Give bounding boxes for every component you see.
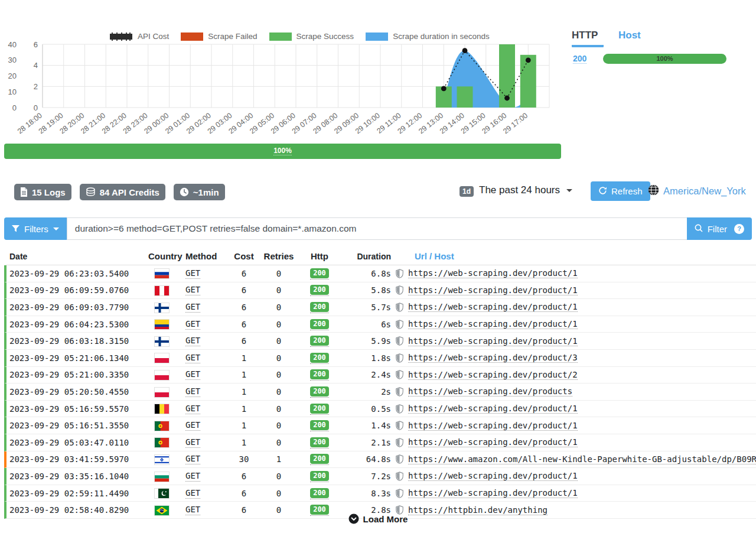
time-range-dropdown[interactable]: The past 24 hours (479, 184, 572, 196)
http-status-badge[interactable]: 200 (310, 268, 329, 278)
log-row[interactable]: 2023-09-29 02:59:11.4490GET602008.3shttp… (4, 485, 756, 502)
log-cost: 1 (227, 421, 261, 430)
log-url-link[interactable]: https://web-scraping.dev/product/1 (408, 488, 578, 498)
shield-icon (396, 472, 403, 481)
http-status-badge[interactable]: 200 (310, 369, 329, 379)
log-url-link[interactable]: https://web-scraping.dev/product/1 (408, 285, 578, 295)
log-duration: 7.2s (343, 472, 391, 481)
svg-text:2: 2 (34, 82, 38, 91)
log-row[interactable]: 2023-09-29 05:16:51.3550GET102001.4shttp… (4, 417, 756, 434)
log-url-link[interactable]: https://web-scraping.dev/product/1 (408, 404, 578, 414)
log-retries: 0 (261, 421, 296, 430)
http-status-badge[interactable]: 200 (310, 353, 329, 363)
col-header-country: Country (148, 251, 175, 261)
log-date: 2023-09-29 02:59:11.4490 (6, 489, 148, 498)
method-label[interactable]: GET (185, 505, 200, 514)
log-date: 2023-09-29 03:41:59.5970 (6, 454, 148, 464)
method-label[interactable]: GET (185, 319, 200, 329)
log-country-portugal (148, 420, 175, 430)
log-country-peru (148, 285, 175, 295)
filters-dropdown-button[interactable]: Filters (4, 217, 67, 240)
log-date: 2023-09-29 05:20:50.4550 (6, 387, 148, 396)
log-date: 2023-09-29 03:35:16.1040 (6, 472, 148, 481)
log-url-link[interactable]: https://web-scraping.dev/product/3 (408, 353, 578, 363)
log-url-link[interactable]: https://web-scraping.dev/product/1 (408, 421, 578, 431)
tab-host[interactable]: Host (618, 30, 641, 41)
log-row[interactable]: 2023-09-29 05:20:50.4550GET102002shttps:… (4, 384, 756, 401)
filter-query-input[interactable] (67, 217, 687, 240)
log-url-link[interactable]: https://web-scraping.dev/product/1 (408, 471, 578, 481)
http-status-badge[interactable]: 200 (310, 454, 329, 464)
api-cost-point (462, 48, 468, 53)
tab-http[interactable]: HTTP (572, 30, 604, 47)
http-status-list: 200100% (573, 54, 726, 69)
log-row[interactable]: 2023-09-29 06:09:59.0760GET602005.8shttp… (4, 282, 756, 300)
method-label[interactable]: GET (185, 437, 200, 447)
http-status-badge[interactable]: 200 (310, 336, 329, 346)
log-row[interactable]: 2023-09-29 05:21:00.3350GET102002.4shttp… (4, 367, 756, 384)
method-label[interactable]: GET (185, 302, 200, 311)
http-status-badge[interactable]: 200 (310, 386, 329, 396)
log-row[interactable]: 2023-09-29 05:03:47.0110GET102002.1shttp… (4, 434, 756, 451)
method-label[interactable]: GET (185, 404, 200, 413)
filter-submit-button[interactable]: Filter ? (687, 217, 752, 240)
http-status-badge[interactable]: 200 (310, 285, 329, 295)
status-code-link[interactable]: 200 (573, 54, 586, 64)
help-icon[interactable]: ? (734, 224, 744, 234)
log-duration: 0.5s (343, 404, 391, 414)
log-url-link[interactable]: https://web-scraping.dev/product/1 (408, 437, 578, 447)
http-status-badge[interactable]: 200 (310, 437, 329, 447)
timezone-link[interactable]: America/New_York (663, 186, 746, 197)
log-country-poland (148, 370, 175, 380)
svg-text:30: 30 (8, 56, 17, 64)
svg-text:10: 10 (8, 87, 17, 96)
flag-ru (155, 269, 169, 278)
method-label[interactable]: GET (185, 285, 200, 294)
log-row[interactable]: 2023-09-29 06:03:18.3150GET602005.9shttp… (4, 333, 756, 350)
log-row[interactable]: 2023-09-29 03:41:59.5970GET30120064.8sht… (4, 451, 756, 469)
http-status-badge[interactable]: 200 (310, 488, 329, 498)
log-url-link[interactable]: https://www.amazon.com/All-new-Kindle-Pa… (408, 454, 756, 464)
http-status-badge[interactable]: 200 (310, 420, 329, 430)
svg-text:6: 6 (34, 40, 38, 49)
log-row[interactable]: 2023-09-29 05:16:59.5570GET102000.5shttp… (4, 401, 756, 418)
flag-pk (155, 489, 169, 498)
method-label[interactable]: GET (185, 336, 200, 345)
log-url-link[interactable]: https://web-scraping.dev/product/1 (408, 302, 578, 312)
stat-label: ~1min (193, 187, 219, 197)
http-status-badge[interactable]: 200 (310, 471, 329, 481)
http-status-badge[interactable]: 200 (310, 302, 329, 312)
stat-label: 15 Logs (32, 187, 66, 197)
col-header-url-host[interactable]: Url / Host (391, 251, 756, 261)
log-url-link[interactable]: https://web-scraping.dev/product/1 (408, 336, 578, 346)
http-status-badge[interactable]: 200 (310, 404, 329, 414)
col-header-http: Http (296, 251, 343, 261)
refresh-button[interactable]: Refresh (591, 181, 650, 201)
refresh-icon (598, 186, 607, 197)
log-row[interactable]: 2023-09-29 06:09:03.7790GET602005.7shttp… (4, 299, 756, 316)
log-row[interactable]: 2023-09-29 06:23:03.5400GET602006.8shttp… (4, 265, 756, 282)
log-retries: 0 (261, 320, 296, 329)
load-more-button[interactable]: Load More (0, 514, 756, 524)
log-date: 2023-09-29 05:16:51.3550 (6, 421, 148, 430)
log-row[interactable]: 2023-09-29 03:35:16.1040GET602007.2shttp… (4, 468, 756, 485)
globe-icon (648, 184, 659, 198)
method-label[interactable]: GET (185, 268, 200, 278)
log-row[interactable]: 2023-09-29 06:04:23.5300GET602006shttps:… (4, 316, 756, 333)
log-url-link[interactable]: https://web-scraping.dev/product/2 (408, 370, 578, 380)
shield-icon (396, 404, 403, 414)
method-label[interactable]: GET (185, 420, 200, 430)
method-label[interactable]: GET (185, 353, 200, 362)
method-label[interactable]: GET (185, 488, 200, 498)
http-status-badge[interactable]: 200 (310, 319, 329, 329)
log-duration: 5.8s (343, 285, 391, 295)
log-url-link[interactable]: https://web-scraping.dev/product/1 (408, 319, 578, 329)
log-url-link[interactable]: https://web-scraping.dev/product/1 (408, 268, 578, 278)
flag-fi (155, 303, 169, 313)
method-label[interactable]: GET (185, 386, 200, 396)
log-row[interactable]: 2023-09-29 05:21:06.1340GET102001.8shttp… (4, 350, 756, 367)
method-label[interactable]: GET (185, 454, 200, 463)
method-label[interactable]: GET (185, 471, 200, 480)
log-url-link[interactable]: https://web-scraping.dev/products (408, 386, 572, 396)
method-label[interactable]: GET (185, 369, 200, 379)
